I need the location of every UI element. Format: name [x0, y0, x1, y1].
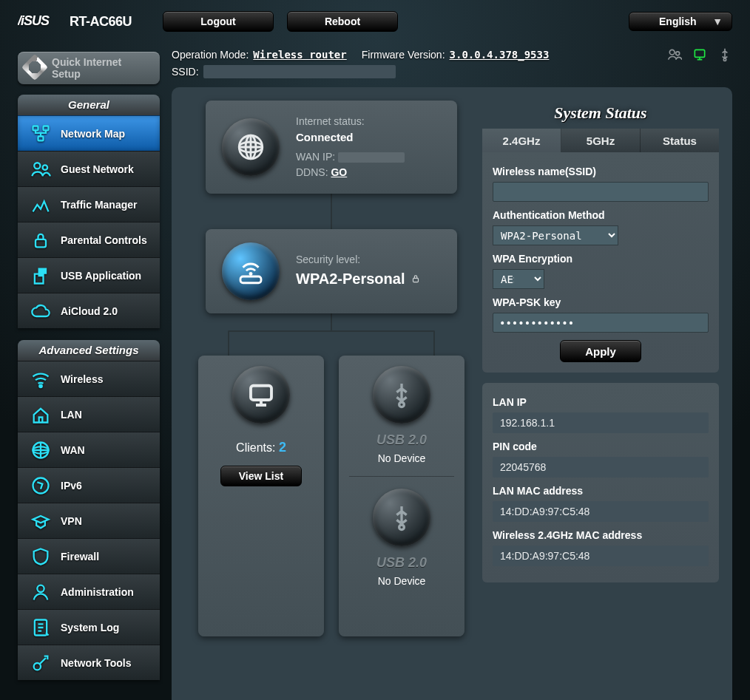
parental-controls-icon [30, 229, 52, 251]
network-tools-icon [30, 652, 52, 674]
nav-item-usb-application[interactable]: USB Application [18, 257, 160, 293]
auth-select[interactable]: WPA2-Personal [493, 225, 618, 245]
internet-status-value: Connected [296, 129, 405, 146]
svg-rect-3 [38, 136, 44, 140]
wmac-label: Wireless 2.4GHz MAC address [493, 529, 709, 541]
nav-item-firewall[interactable]: Firewall [18, 538, 160, 574]
nav-item-vpn[interactable]: VPN [18, 503, 160, 538]
nav-item-network-tools[interactable]: Network Tools [18, 645, 160, 680]
nav-label: Wireless [61, 373, 103, 385]
ddns-go-link[interactable]: GO [331, 166, 347, 178]
nav-item-ipv6[interactable]: IPv6 [18, 467, 160, 503]
brand-logo: /iSUS [18, 15, 62, 28]
psk-input[interactable] [493, 313, 709, 333]
svg-rect-23 [413, 278, 419, 282]
wmac-value: 14:DD:A9:97:C5:48 [493, 546, 709, 566]
vpn-icon [30, 510, 52, 532]
model-name: RT-AC66U [70, 14, 132, 30]
nav-label: Traffic Manager [61, 199, 137, 211]
svg-point-25 [399, 402, 405, 407]
nav-item-wan[interactable]: WAN [18, 432, 160, 467]
nav-item-lan[interactable]: LAN [18, 396, 160, 432]
wan-ip-value [338, 152, 405, 163]
svg-point-10 [33, 478, 49, 493]
svg-point-15 [676, 52, 680, 55]
nav-item-aicloud-2-0[interactable]: AiCloud 2.0 [18, 293, 160, 328]
internet-status-card[interactable]: Internet status: Connected WAN IP: DDNS:… [206, 101, 457, 194]
svg-rect-22 [240, 276, 261, 283]
svg-text:/iSUS: /iSUS [18, 15, 50, 28]
lock-icon [411, 273, 421, 284]
tab-status[interactable]: Status [641, 129, 719, 152]
op-mode-link[interactable]: Wireless router [253, 49, 346, 61]
lan-ip-label: LAN IP [493, 396, 709, 408]
apply-button[interactable]: Apply [560, 340, 641, 362]
nav-label: LAN [61, 409, 82, 421]
svg-point-17 [723, 58, 726, 61]
tab-24ghz[interactable]: 2.4GHz [482, 129, 561, 152]
nav-item-guest-network[interactable]: Guest Network [18, 151, 160, 186]
nav-label: Administration [61, 586, 134, 598]
lan-mac-value: 14:DD:A9:97:C5:48 [493, 501, 709, 522]
svg-point-11 [37, 585, 44, 591]
nav-label: Parental Controls [61, 234, 147, 246]
tab-5ghz[interactable]: 5GHz [561, 129, 641, 152]
nav-label: IPv6 [61, 480, 82, 492]
aicloud-2-0-icon [30, 300, 52, 322]
status-tabs: 2.4GHz 5GHz Status [482, 129, 719, 152]
nav-item-wireless[interactable]: Wireless [18, 361, 160, 396]
ssid-value [203, 65, 396, 78]
nav-label: AiCloud 2.0 [61, 305, 118, 317]
enc-select[interactable]: AES [493, 269, 544, 289]
nav-label: Firewall [61, 551, 99, 563]
logout-button[interactable]: Logout [163, 11, 274, 32]
globe-icon [222, 118, 280, 176]
clients-top-icon[interactable] [667, 47, 682, 62]
nav-item-system-log[interactable]: System Log [18, 609, 160, 645]
nav-item-traffic-manager[interactable]: Traffic Manager [18, 186, 160, 222]
enc-field-label: WPA Encryption [493, 253, 709, 265]
pin-label: PIN code [493, 441, 709, 452]
usb-icon-1 [373, 366, 430, 424]
clients-card[interactable]: Clients: 2 View List [198, 356, 324, 636]
system-status-title: System Status [482, 103, 719, 123]
lan-mac-label: LAN MAC address [493, 485, 709, 497]
firewall-icon [30, 546, 52, 568]
nav-header-general: General [18, 95, 160, 115]
guest-network-icon [30, 158, 52, 180]
nav-label: VPN [61, 515, 82, 527]
chevron-down-icon: ▼ [712, 16, 723, 27]
reboot-button[interactable]: Reboot [287, 11, 398, 32]
nav-label: WAN [61, 444, 85, 456]
usb-top-icon[interactable] [717, 47, 732, 62]
nav-item-parental-controls[interactable]: Parental Controls [18, 222, 160, 257]
usb2-status: No Device [378, 575, 426, 587]
security-level-card[interactable]: Security level: WPA2-Personal [206, 229, 457, 313]
nav-label: USB Application [61, 270, 141, 282]
guest-top-icon[interactable] [692, 47, 707, 62]
svg-point-14 [669, 50, 675, 55]
pin-value: 22045768 [493, 457, 709, 478]
security-value: WPA2-Personal [296, 268, 405, 290]
security-label: Security level: [296, 252, 421, 268]
svg-rect-1 [33, 126, 38, 130]
nav-item-network-map[interactable]: Network Map [18, 115, 160, 151]
svg-point-7 [39, 384, 42, 387]
language-dropdown[interactable]: English ▼ [629, 12, 732, 31]
firmware-link[interactable]: 3.0.0.4.378_9533 [450, 49, 550, 61]
ssid-input[interactable] [493, 182, 709, 202]
system-log-icon [30, 616, 52, 639]
language-label: English [659, 16, 697, 27]
quick-internet-setup-button[interactable]: Quick Internet Setup [18, 52, 160, 84]
svg-point-5 [43, 165, 48, 170]
nav-label: Network Map [61, 128, 125, 140]
svg-rect-2 [44, 126, 49, 130]
svg-point-21 [249, 272, 253, 276]
usb2-label: USB 2.0 [376, 555, 427, 571]
op-mode-label: Operation Mode: [172, 49, 249, 61]
view-list-button[interactable]: View List [220, 466, 302, 486]
usb-card[interactable]: USB 2.0 No Device USB 2.0 No Device [339, 356, 464, 636]
nav-item-administration[interactable]: Administration [18, 574, 160, 609]
ddns-label: DDNS: [296, 166, 328, 178]
wireless-icon [30, 368, 52, 390]
